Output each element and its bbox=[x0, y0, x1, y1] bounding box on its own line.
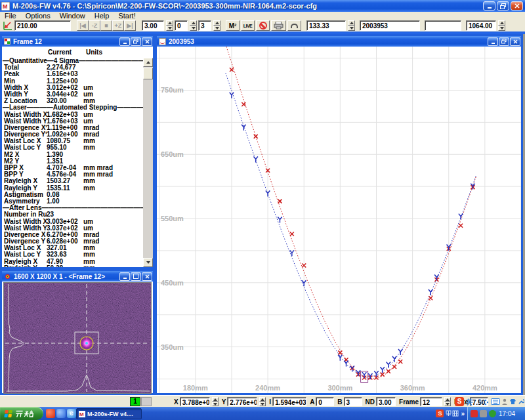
focal-length-field[interactable]: 133.33 bbox=[306, 20, 346, 31]
cursor-x-spinner[interactable] bbox=[212, 397, 219, 406]
keyboard-icon[interactable] bbox=[491, 398, 500, 405]
sogou-tray-button[interactable]: S bbox=[436, 410, 444, 417]
dots-icon[interactable] bbox=[484, 398, 490, 406]
intensity-field[interactable]: 1.594e+03 bbox=[272, 397, 306, 406]
frame-label: Frame bbox=[399, 398, 419, 406]
spin-field-a[interactable]: 3.00 bbox=[142, 20, 164, 31]
chart-close-button[interactable] bbox=[510, 37, 520, 46]
menu-start[interactable]: Start! bbox=[114, 12, 140, 20]
person-icon[interactable] bbox=[501, 398, 508, 406]
spin-field-b[interactable]: 0 bbox=[175, 20, 188, 31]
camera-serial-field[interactable]: 2003953 bbox=[360, 20, 420, 31]
fit-curve-y bbox=[226, 73, 476, 377]
messenger-ql-icon[interactable] bbox=[56, 409, 66, 418]
result-row: Width X3.012e+02um bbox=[2, 85, 143, 91]
beam-maximize-button[interactable] bbox=[131, 272, 141, 281]
task-button-label: M-200s-FW v4.... bbox=[87, 411, 133, 417]
wrench-icon[interactable] bbox=[518, 398, 524, 405]
spin-b-spinner[interactable] bbox=[190, 20, 197, 31]
z-nav-button-1[interactable]: -Z bbox=[89, 20, 100, 31]
task-button-m200s[interactable]: M M-200s-FW v4.... bbox=[76, 408, 142, 419]
moon-icon[interactable]: ☽ bbox=[475, 398, 483, 406]
shield-tray-icon[interactable] bbox=[489, 410, 496, 417]
svg-text:350um: 350um bbox=[161, 343, 184, 351]
sogou-ql-icon[interactable] bbox=[46, 409, 55, 418]
wavelength-spinner[interactable] bbox=[498, 20, 505, 31]
beam-image[interactable] bbox=[4, 283, 151, 393]
svg-text:450um: 450um bbox=[161, 279, 184, 287]
sogou-icon[interactable]: S bbox=[455, 397, 464, 406]
start-button[interactable] bbox=[0, 407, 43, 420]
b-label: B bbox=[337, 398, 342, 406]
toolbar-chevron[interactable]: » bbox=[461, 410, 465, 417]
z-nav-button-3[interactable]: +Z bbox=[112, 20, 124, 31]
panel-minimize-button[interactable] bbox=[119, 37, 130, 46]
beam-minimize-button[interactable] bbox=[119, 272, 130, 281]
close-button[interactable] bbox=[511, 1, 523, 10]
result-row: Divergence Y*1.092e+00mrad bbox=[2, 131, 143, 138]
camera-indicator-badge[interactable]: 1 bbox=[130, 397, 140, 406]
chart-restore-button[interactable] bbox=[499, 37, 509, 46]
ime-toolbar: S ☽ bbox=[455, 396, 524, 407]
minimize-button[interactable] bbox=[483, 1, 495, 10]
results-scrollbar[interactable] bbox=[143, 58, 153, 267]
lang-icon[interactable] bbox=[465, 398, 474, 406]
spin-a-spinner[interactable] bbox=[166, 20, 173, 31]
result-row: M2 Y1.351 bbox=[2, 158, 143, 165]
menu-options[interactable]: Options bbox=[21, 12, 55, 20]
panel-restore-button[interactable] bbox=[131, 37, 141, 46]
results-table: —Quantitative—4 Sigma———————————————————… bbox=[2, 58, 143, 267]
cursor-y-field[interactable]: 2.776e+03 bbox=[227, 397, 257, 406]
spin-field-c[interactable]: 3 bbox=[198, 20, 211, 31]
result-row: Peak1.616e+03 bbox=[2, 71, 143, 77]
nd-field[interactable]: 3.00 bbox=[376, 397, 396, 406]
device-tray-icon[interactable] bbox=[480, 410, 487, 417]
beam-close-button[interactable] bbox=[142, 272, 152, 281]
window-title: M-200s-FW v4.76 - C:\Spiricon\M2-200-FW-… bbox=[12, 2, 317, 10]
focal-spinner[interactable] bbox=[348, 20, 355, 31]
result-row: Divergence Y6.028e+00mrad bbox=[2, 238, 143, 245]
cursor-y-spinner[interactable] bbox=[259, 397, 266, 406]
z-nav-button-0[interactable]: |◀ bbox=[77, 20, 89, 31]
b-field[interactable]: 3 bbox=[344, 397, 362, 406]
alert-tray-icon[interactable] bbox=[471, 410, 478, 417]
result-row: M2 X1.390 bbox=[2, 152, 143, 158]
stop-icon[interactable] bbox=[256, 20, 270, 31]
frame-spinner[interactable] bbox=[444, 397, 451, 406]
section-row: —Quantitative—4 Sigma———————————————————… bbox=[2, 58, 143, 64]
spin-c-spinner[interactable] bbox=[213, 20, 220, 31]
wavelength-field[interactable]: 1064.00 bbox=[466, 20, 496, 31]
series-x-markers[interactable] bbox=[230, 68, 475, 379]
goto-origin-icon[interactable] bbox=[2, 20, 13, 31]
scroll-down-icon[interactable] bbox=[143, 258, 153, 267]
m2-icon[interactable]: M² bbox=[226, 20, 240, 31]
z-position-field[interactable]: 210.00 bbox=[14, 20, 71, 31]
menu-window[interactable]: Window bbox=[55, 12, 90, 20]
skin-icon[interactable] bbox=[509, 398, 516, 405]
chart-title: 2003953 bbox=[169, 38, 194, 45]
beam-centroid bbox=[85, 342, 88, 345]
scroll-up-icon[interactable] bbox=[143, 58, 153, 67]
result-row: Min1.125e+00 bbox=[2, 78, 143, 85]
panel-close-button[interactable] bbox=[142, 37, 152, 46]
menu-file[interactable]: File bbox=[0, 12, 21, 20]
restore-button[interactable] bbox=[497, 1, 509, 10]
printer-icon[interactable] bbox=[271, 20, 286, 31]
dock-icon[interactable] bbox=[287, 20, 301, 31]
a-field[interactable]: 0 bbox=[316, 397, 334, 406]
series-y-markers[interactable] bbox=[230, 93, 475, 379]
a-label: A bbox=[310, 398, 314, 406]
menu-help[interactable]: Help bbox=[90, 12, 114, 20]
chart-minimize-button[interactable] bbox=[488, 37, 498, 46]
aux-field[interactable] bbox=[425, 20, 461, 31]
z-nav-button-4[interactable]: ▶| bbox=[124, 20, 136, 31]
z-nav-button-2[interactable]: ■ bbox=[100, 20, 112, 31]
status-fields: X 3.788e+03 Y 2.776e+03 I 1.594e+03 A 0 … bbox=[172, 396, 488, 407]
frame-field[interactable]: 12 bbox=[420, 397, 442, 406]
scroll-thumb[interactable] bbox=[143, 68, 153, 79]
live-icon[interactable]: LIVE bbox=[241, 20, 255, 31]
desktop-label-glyph[interactable] bbox=[446, 410, 459, 417]
caustic-chart-window: 2003953 350um450um550um650um750um180mm24… bbox=[155, 34, 523, 395]
ie-ql-icon[interactable]: e bbox=[67, 409, 76, 418]
cursor-x-field[interactable]: 3.788e+03 bbox=[180, 397, 210, 406]
